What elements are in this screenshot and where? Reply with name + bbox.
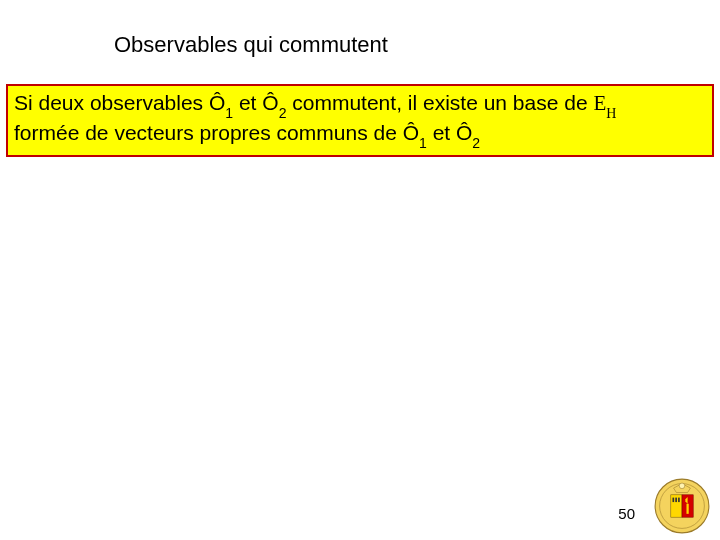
slide: Observables qui commutent Si deux observ… (0, 0, 720, 540)
highlight-box: Si deux observables Ô1 et Ô2 commutent, … (6, 84, 714, 157)
svg-rect-6 (678, 498, 680, 502)
svg-rect-4 (672, 498, 674, 502)
svg-rect-7 (686, 504, 688, 514)
text-part: commutent, il existe un base de (286, 91, 593, 114)
subscript-3: 1 (419, 135, 427, 151)
svg-rect-5 (675, 498, 677, 502)
epsilon-h: H (606, 106, 616, 121)
text-part: Si deux observables Ô (14, 91, 225, 114)
slide-title: Observables qui commutent (114, 32, 388, 58)
text-part: formée de vecteurs propres communs de Ô (14, 121, 419, 144)
svg-point-8 (679, 483, 685, 489)
epsilon: E (593, 91, 606, 115)
text-part: et Ô (233, 91, 279, 114)
subscript-1: 1 (225, 105, 233, 121)
page-number: 50 (618, 505, 635, 522)
geneva-seal-icon (654, 478, 710, 534)
subscript-2: 2 (279, 105, 287, 121)
subscript-4: 2 (472, 135, 480, 151)
theorem-text: Si deux observables Ô1 et Ô2 commutent, … (14, 90, 706, 149)
text-part: et Ô (427, 121, 473, 144)
